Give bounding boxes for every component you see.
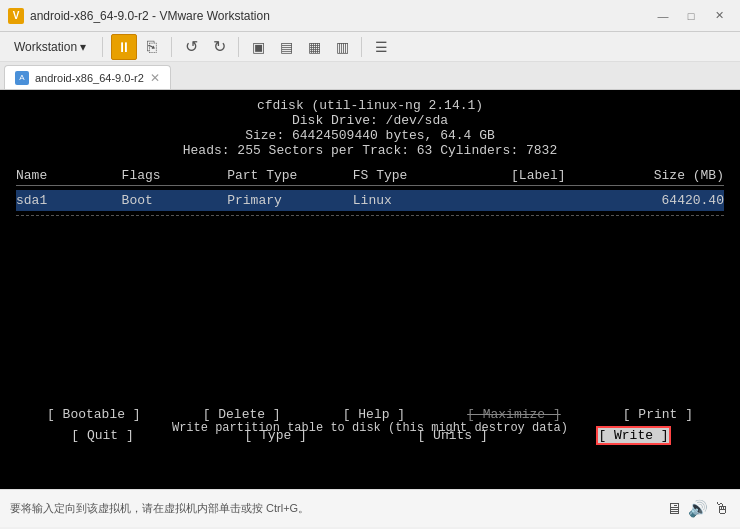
tab-bar: A android-x86_64-9.0-r2 ✕: [0, 62, 740, 90]
action-buttons: [ Bootable ] [ Delete ] [ Help ] [ Maxim…: [16, 407, 724, 449]
pause-button[interactable]: ⏸: [111, 34, 137, 60]
status-hint-text: 要将输入定向到该虚拟机，请在虚拟机内部单击或按 Ctrl+G。: [10, 501, 309, 516]
cfdisk-status: Write partition table to disk (this migh…: [32, 421, 708, 435]
app-icon: V: [8, 8, 24, 24]
view-button-3[interactable]: ▦: [301, 34, 327, 60]
cfdisk-header: cfdisk (util-linux-ng 2.14.1) Disk Drive…: [16, 98, 724, 158]
toolbar-group: ⏸ ⎘ ↺ ↻ ▣ ▤ ▦ ▥ ☰: [111, 34, 394, 60]
button-row-1: [ Bootable ] [ Delete ] [ Help ] [ Maxim…: [16, 407, 724, 422]
view-button-2[interactable]: ▤: [273, 34, 299, 60]
part-size: 64420.40: [624, 193, 724, 208]
vm-tab[interactable]: A android-x86_64-9.0-r2 ✕: [4, 65, 171, 89]
bootable-button[interactable]: [ Bootable ]: [47, 407, 141, 422]
view-button-1[interactable]: ▣: [245, 34, 271, 60]
menu-separator-1: [102, 37, 103, 57]
status-bar: 要将输入定向到该虚拟机，请在虚拟机内部单击或按 Ctrl+G。 🖥 🔊 🖱: [0, 489, 740, 527]
toolbar-sep-3: [361, 37, 362, 57]
disk-geometry-line: Heads: 255 Sectors per Track: 63 Cylinde…: [16, 143, 724, 158]
disk-drive-line: Disk Drive: /dev/sda: [16, 113, 724, 128]
audio-icon: 🔊: [688, 499, 708, 518]
revert-button[interactable]: ↺: [178, 34, 204, 60]
col-name-header: Name: [16, 168, 96, 183]
toolbar-sep-1: [171, 37, 172, 57]
toolbar-sep-2: [238, 37, 239, 57]
part-name: sda1: [16, 193, 96, 208]
network-icon: 🖥: [666, 500, 682, 518]
window-controls: — □ ✕: [650, 7, 732, 25]
minimize-button[interactable]: —: [650, 7, 676, 25]
menu-bar: Workstation ▾ ⏸ ⎘ ↺ ↻ ▣ ▤ ▦ ▥ ☰: [0, 32, 740, 62]
part-parttype: Primary: [227, 193, 327, 208]
status-icons: 🖥 🔊 🖱: [666, 499, 730, 518]
view-button-4[interactable]: ▥: [329, 34, 355, 60]
col-fstype-header: FS Type: [353, 168, 453, 183]
col-label-header: [Label]: [478, 168, 598, 183]
maximize-button[interactable]: □: [678, 7, 704, 25]
usb-icon: 🖱: [714, 500, 730, 518]
part-label: [478, 193, 598, 208]
col-flags-header: Flags: [122, 168, 202, 183]
table-row: sda1 Boot Primary Linux 64420.40: [16, 190, 724, 211]
cfdisk-title: cfdisk (util-linux-ng 2.14.1): [16, 98, 724, 113]
fullscreen-button[interactable]: ☰: [368, 34, 394, 60]
snapshot-button[interactable]: ⎘: [139, 34, 165, 60]
part-fstype: Linux: [353, 193, 453, 208]
snapshot-manager-button[interactable]: ↻: [206, 34, 232, 60]
workstation-dropdown-icon: ▾: [80, 40, 86, 54]
workstation-label: Workstation: [14, 40, 77, 54]
maximize-button-cfdisk: [ Maximize ]: [467, 407, 561, 422]
vm-screen[interactable]: cfdisk (util-linux-ng 2.14.1) Disk Drive…: [0, 90, 740, 489]
tab-close-button[interactable]: ✕: [150, 72, 160, 84]
disk-size-line: Size: 64424509440 bytes, 64.4 GB: [16, 128, 724, 143]
window-title: android-x86_64-9.0-r2 - VMware Workstati…: [30, 9, 650, 23]
table-headers: Name Flags Part Type FS Type [Label] Siz…: [16, 162, 724, 185]
table-divider-bottom: [16, 215, 724, 216]
vm-tab-label: android-x86_64-9.0-r2: [35, 72, 144, 84]
print-button[interactable]: [ Print ]: [623, 407, 693, 422]
delete-button[interactable]: [ Delete ]: [203, 407, 281, 422]
col-parttype-header: Part Type: [227, 168, 327, 183]
workstation-menu[interactable]: Workstation ▾: [6, 36, 94, 58]
help-button[interactable]: [ Help ]: [343, 407, 405, 422]
part-flags: Boot: [122, 193, 202, 208]
col-size-header: Size (MB): [624, 168, 724, 183]
title-bar: V android-x86_64-9.0-r2 - VMware Worksta…: [0, 0, 740, 32]
table-divider-top: [16, 185, 724, 186]
vm-tab-icon: A: [15, 71, 29, 85]
close-button[interactable]: ✕: [706, 7, 732, 25]
